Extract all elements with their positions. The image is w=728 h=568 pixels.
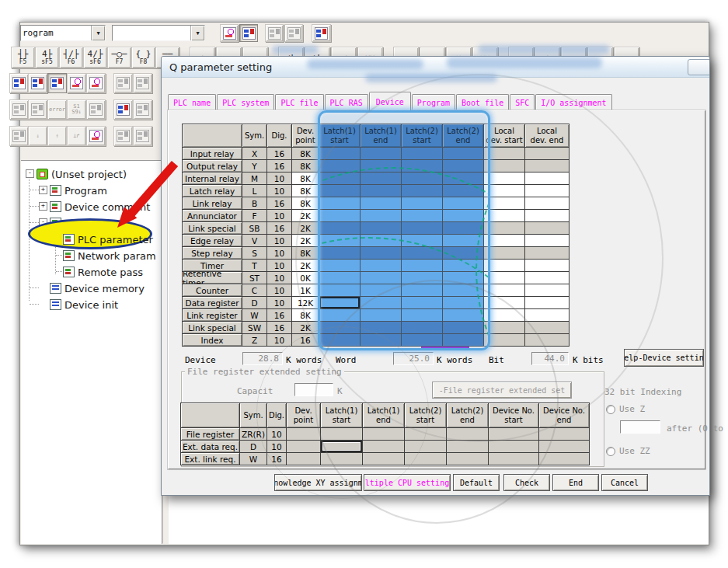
- latch-cell[interactable]: [402, 148, 442, 159]
- latch-cell[interactable]: [361, 334, 401, 346]
- ladder-tool-F6[interactable]: ┤/├F6: [59, 47, 83, 68]
- latch-cell[interactable]: [361, 197, 401, 209]
- range-cell[interactable]: [525, 260, 569, 271]
- dialog-titlebar[interactable]: Q parameter setting: [162, 57, 709, 78]
- sidebar-item-remote-pass[interactable]: Remote pass: [63, 265, 143, 279]
- chevron-down-icon[interactable]: ▼: [190, 26, 204, 40]
- toolbar-button[interactable]: error: [47, 99, 67, 120]
- latch-cell[interactable]: [402, 160, 442, 172]
- range-cell[interactable]: [484, 272, 524, 284]
- toolbar-button[interactable]: [9, 126, 29, 146]
- latch-cell[interactable]: [361, 210, 401, 221]
- latch-cell[interactable]: [361, 260, 401, 271]
- latch-cell[interactable]: [363, 441, 404, 452]
- latch-cell[interactable]: [405, 428, 446, 440]
- device-point-cell[interactable]: 1K: [292, 284, 319, 296]
- range-cell[interactable]: [484, 297, 524, 308]
- latch-cell[interactable]: [443, 247, 483, 259]
- sidebar-item-network-param[interactable]: Network param: [63, 249, 156, 263]
- device-point-cell[interactable]: 8K: [292, 185, 319, 197]
- latch-cell[interactable]: [321, 428, 362, 440]
- range-cell[interactable]: [484, 210, 524, 221]
- tab-plc-name[interactable]: PLC name: [168, 94, 216, 111]
- default-button[interactable]: Default: [453, 474, 500, 491]
- latch-cell[interactable]: [402, 272, 442, 284]
- range-cell[interactable]: [484, 284, 524, 296]
- toolbar-button[interactable]: [113, 99, 133, 120]
- latch-cell[interactable]: [402, 210, 442, 221]
- range-cell[interactable]: [525, 172, 569, 184]
- use-z-radio[interactable]: Use Z: [606, 404, 645, 414]
- row-header[interactable]: Timer: [183, 260, 242, 271]
- device-point-cell[interactable]: 0K: [292, 272, 319, 284]
- latch-cell[interactable]: [402, 309, 442, 321]
- device-point-cell[interactable]: 2K: [292, 210, 319, 221]
- latch-cell[interactable]: [319, 284, 360, 296]
- range-cell[interactable]: [484, 260, 524, 271]
- row-header[interactable]: Index: [183, 334, 242, 346]
- toolbar-button[interactable]: [9, 73, 29, 93]
- tree-expand-toggle[interactable]: +: [39, 186, 47, 194]
- device-point-cell[interactable]: 8K: [292, 172, 319, 184]
- range-cell[interactable]: [525, 309, 569, 321]
- ladder-tool-F8[interactable]: { }F8: [131, 47, 155, 68]
- tab-i-o-assignment[interactable]: I/O assignment: [535, 94, 611, 111]
- toolbar-button[interactable]: [113, 73, 133, 93]
- tab-boot-file[interactable]: Boot file: [456, 94, 509, 111]
- toolbar-button[interactable]: [9, 99, 29, 120]
- latch-cell[interactable]: [405, 441, 446, 452]
- range-cell[interactable]: [525, 197, 569, 209]
- sidebar-item-device-comment[interactable]: Device comment: [50, 200, 150, 214]
- latch-cell[interactable]: [319, 185, 360, 197]
- tab-plc-file[interactable]: PLC file: [275, 94, 323, 111]
- latch-cell[interactable]: [319, 222, 360, 234]
- latch-cell[interactable]: [443, 284, 483, 296]
- latch-cell[interactable]: [443, 172, 483, 184]
- row-header[interactable]: Internal relay: [183, 172, 242, 184]
- range-cell[interactable]: [525, 235, 569, 246]
- range-cell[interactable]: [484, 309, 524, 321]
- latch-cell[interactable]: [363, 453, 404, 465]
- toolbar-button[interactable]: [28, 73, 47, 93]
- row-header[interactable]: Counter: [183, 284, 242, 296]
- close-button[interactable]: [688, 59, 709, 75]
- latch-cell[interactable]: [443, 260, 483, 271]
- use-zz-radio[interactable]: Use ZZ: [606, 446, 650, 456]
- latch-cell[interactable]: [361, 297, 401, 308]
- latch-cell[interactable]: [402, 247, 442, 259]
- latch-cell[interactable]: [321, 441, 362, 452]
- latch-cell[interactable]: [402, 172, 442, 184]
- latch-cell[interactable]: [443, 272, 483, 284]
- toolbar-button[interactable]: [133, 73, 152, 93]
- latch-cell[interactable]: [447, 441, 488, 452]
- latch-cell[interactable]: [402, 297, 442, 308]
- latch-cell[interactable]: [402, 322, 442, 333]
- range-cell[interactable]: [525, 185, 569, 197]
- device-point-cell[interactable]: 8K: [292, 197, 319, 209]
- range-cell[interactable]: [525, 297, 569, 308]
- range-cell[interactable]: [484, 172, 524, 184]
- device-point-cell[interactable]: 2K: [292, 260, 319, 271]
- range-cell[interactable]: [484, 235, 524, 246]
- latch-cell[interactable]: [319, 172, 360, 184]
- latch-cell[interactable]: [443, 334, 483, 346]
- tab-plc-ras[interactable]: PLC RAS: [325, 94, 368, 111]
- row-header[interactable]: Retentive timer: [183, 272, 242, 284]
- ladder-tool-F5[interactable]: ┤├F5: [11, 47, 35, 68]
- latch-cell[interactable]: [319, 247, 360, 259]
- toolbar-button[interactable]: [133, 126, 152, 146]
- latch-cell[interactable]: [443, 185, 483, 197]
- row-header[interactable]: Link relay: [183, 197, 242, 209]
- secondary-combobox[interactable]: ▼: [112, 25, 205, 41]
- latch-cell[interactable]: [319, 297, 360, 308]
- toolbar-button[interactable]: [133, 99, 152, 120]
- toolbar-button[interactable]: [67, 73, 86, 93]
- device-point-cell[interactable]: 2K: [292, 235, 319, 246]
- range-cell[interactable]: [484, 197, 524, 209]
- ltiple-cpu-setting-button[interactable]: ltiple CPU setting: [364, 474, 451, 491]
- latch-cell[interactable]: [319, 160, 360, 172]
- latch-cell[interactable]: [402, 235, 442, 246]
- latch-cell[interactable]: [443, 309, 483, 321]
- latch-cell[interactable]: [319, 309, 360, 321]
- ladder-tool-sF6[interactable]: 4/├sF6: [83, 47, 107, 68]
